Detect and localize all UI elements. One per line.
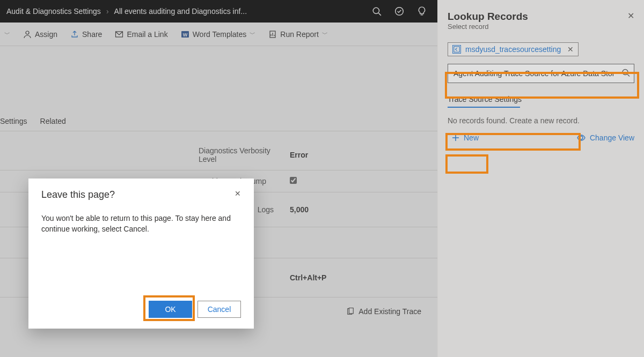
- section-trace-source: Trace Source Settings: [448, 95, 522, 107]
- dialog-title: Leave this page?: [41, 189, 115, 200]
- new-label: New: [464, 133, 479, 142]
- change-view-button[interactable]: Change View: [577, 133, 634, 142]
- run-label: Run Report: [280, 30, 319, 39]
- share-label: Share: [82, 30, 102, 39]
- panel-title: Lookup Records: [448, 11, 528, 23]
- breadcrumb-current: All events auditing and Diagnostics inf.…: [114, 7, 247, 16]
- tab-settings[interactable]: Settings: [0, 117, 27, 125]
- top-header: Audit & Diagnostics Settings › All event…: [0, 0, 437, 23]
- entity-icon: [452, 45, 461, 54]
- email-link-button[interactable]: Email a Link: [115, 30, 167, 39]
- change-view-label: Change View: [590, 133, 634, 142]
- share-button[interactable]: Share: [70, 30, 102, 39]
- new-button[interactable]: New: [448, 132, 483, 143]
- add-existing-label: Add Existing Trace: [358, 307, 421, 316]
- no-records-message: No records found. Create a new record.: [448, 116, 634, 125]
- leave-page-dialog: Leave this page? ✕ You won't be able to …: [28, 178, 254, 329]
- dialog-body: You won't be able to return to this page…: [41, 213, 241, 234]
- logs-value[interactable]: 5,000: [290, 205, 309, 214]
- svg-point-2: [396, 8, 404, 16]
- entity-label: msdyusd_tracesourcesetting: [465, 45, 561, 54]
- remove-entity-icon[interactable]: ✕: [567, 45, 574, 54]
- svg-rect-14: [454, 47, 460, 53]
- word-label: Word Templates: [193, 30, 247, 39]
- diag-label: Diagnostics Verbosity Level: [199, 146, 290, 163]
- task-icon[interactable]: [394, 6, 404, 16]
- word-templates-button[interactable]: W Word Templates ﹀: [181, 30, 256, 39]
- field-diagnostics-verbosity: Diagnostics Verbosity Level Error: [0, 140, 437, 170]
- diag-value[interactable]: Error: [290, 151, 308, 159]
- chevron-down-icon: ﹀: [250, 30, 255, 38]
- overflow-chevron[interactable]: ﹀: [4, 30, 10, 38]
- command-bar: ﹀ Assign Share Email a Link W Word Templ…: [0, 23, 437, 46]
- section-underline: [448, 107, 520, 108]
- lightbulb-icon[interactable]: [417, 6, 427, 16]
- svg-point-4: [26, 31, 29, 34]
- header-icons: [372, 6, 431, 16]
- email-label: Email a Link: [127, 30, 167, 39]
- panel-actions: New Change View: [448, 132, 634, 143]
- svg-line-16: [627, 75, 630, 77]
- close-icon[interactable]: ✕: [235, 189, 241, 198]
- svg-text:W: W: [182, 32, 187, 38]
- cancel-button[interactable]: Cancel: [197, 301, 241, 318]
- tabs: Settings Related: [0, 100, 437, 131]
- search-icon[interactable]: [372, 6, 382, 16]
- search-wrap: [448, 64, 634, 83]
- ok-button[interactable]: OK: [149, 301, 192, 318]
- breadcrumb: Audit & Diagnostics Settings › All event…: [6, 7, 247, 16]
- run-report-button[interactable]: Run Report ﹀: [268, 30, 328, 39]
- svg-rect-13: [349, 308, 354, 314]
- svg-point-0: [373, 8, 379, 13]
- search-input[interactable]: [448, 64, 634, 83]
- lookup-panel: Lookup Records Select record ✕ msdyusd_t…: [437, 0, 644, 357]
- assign-button[interactable]: Assign: [23, 30, 57, 39]
- search-icon[interactable]: [621, 69, 630, 79]
- assign-label: Assign: [35, 30, 57, 39]
- tab-related[interactable]: Related: [40, 117, 66, 125]
- crash-checkbox[interactable]: [290, 177, 297, 184]
- breadcrumb-audit[interactable]: Audit & Diagnostics Settings: [6, 7, 101, 16]
- svg-point-19: [580, 136, 583, 139]
- shortcut-value[interactable]: Ctrl+Alt+P: [290, 273, 326, 282]
- svg-line-1: [378, 13, 381, 16]
- close-icon[interactable]: ✕: [627, 11, 634, 21]
- crash-value[interactable]: [290, 177, 297, 185]
- svg-point-15: [623, 70, 628, 75]
- chevron-down-icon: ﹀: [322, 30, 328, 38]
- chevron-right-icon: ›: [106, 7, 109, 16]
- entity-chip[interactable]: msdyusd_tracesourcesetting ✕: [448, 42, 579, 56]
- panel-subtitle: Select record: [448, 23, 528, 31]
